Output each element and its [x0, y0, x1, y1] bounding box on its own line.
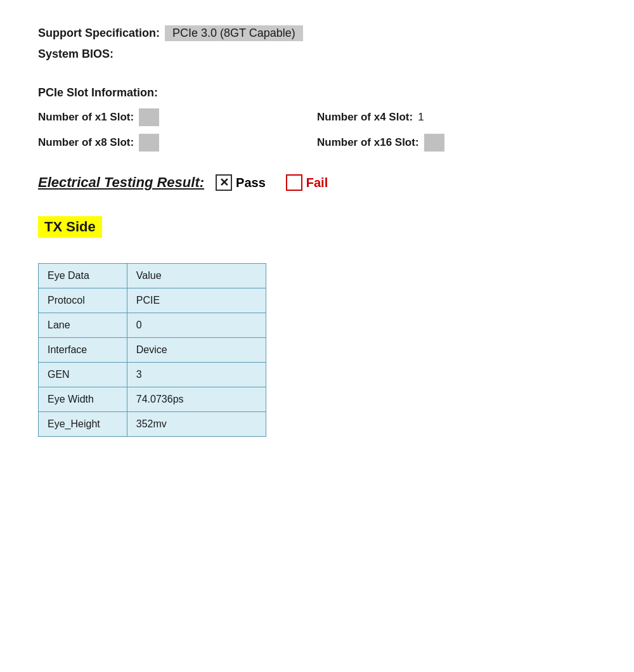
table-row-eye-width: Eye Width 74.0736ps	[39, 387, 266, 412]
slot-grid: Number of x1 Slot: Number of x4 Slot: 1 …	[38, 108, 596, 152]
slot-value-x16	[424, 134, 444, 152]
cell-lane-label: Lane	[39, 313, 127, 338]
slot-value-x8	[139, 134, 159, 152]
slot-label-x1: Number of x1 Slot:	[38, 111, 134, 124]
system-bios-label: System BIOS:	[38, 48, 113, 60]
pass-label: Pass	[236, 176, 266, 190]
support-spec-label: Support Specification:	[38, 27, 160, 40]
cell-eye-height-label: Eye_Height	[39, 412, 127, 437]
slot-row-x8: Number of x8 Slot:	[38, 134, 317, 152]
cell-eye-height-value: 352mv	[127, 412, 266, 437]
pcie-slot-section: PCIe Slot Information: Number of x1 Slot…	[38, 86, 596, 152]
slot-row-x4: Number of x4 Slot: 1	[317, 108, 596, 126]
pass-checkbox: ✕	[216, 174, 232, 191]
fail-container: Fail	[286, 174, 328, 191]
electrical-testing-section: Electrical Testing Result: ✕ Pass Fail	[38, 174, 596, 191]
support-spec-value: PCIe 3.0 (8GT Capable)	[165, 25, 303, 41]
cell-interface-label: Interface	[39, 338, 127, 363]
slot-label-x4: Number of x4 Slot:	[317, 111, 413, 124]
table-row-eye-height: Eye_Height 352mv	[39, 412, 266, 437]
tx-side-badge: TX Side	[38, 216, 102, 238]
table-row-protocol: Protocol PCIE	[39, 288, 266, 313]
slot-value-x4: 1	[418, 111, 424, 124]
cell-gen-value: 3	[127, 363, 266, 387]
table-row-lane: Lane 0	[39, 313, 266, 338]
eye-data-table: Eye Data Value Protocol PCIE Lane 0 Inte…	[38, 263, 266, 437]
slot-row-x1: Number of x1 Slot:	[38, 108, 317, 126]
pcie-slot-title: PCIe Slot Information:	[38, 86, 596, 100]
system-bios-row: System BIOS:	[38, 48, 596, 61]
table-row-interface: Interface Device	[39, 338, 266, 363]
cell-interface-value: Device	[127, 338, 266, 363]
support-spec-row: Support Specification: PCIe 3.0 (8GT Cap…	[38, 25, 596, 41]
slot-row-x16: Number of x16 Slot:	[317, 134, 596, 152]
slot-label-x16: Number of x16 Slot:	[317, 136, 419, 149]
header-eye-data: Eye Data	[39, 264, 127, 288]
table-row-gen: GEN 3	[39, 363, 266, 387]
pass-checkbox-container: ✕ Pass	[216, 174, 266, 191]
cell-protocol-label: Protocol	[39, 288, 127, 313]
cell-eye-width-label: Eye Width	[39, 387, 127, 412]
slot-value-x1	[139, 108, 159, 126]
electrical-testing-title: Electrical Testing Result:	[38, 174, 204, 191]
table-header-row: Eye Data Value	[39, 264, 266, 288]
fail-checkbox	[286, 174, 302, 191]
cell-gen-label: GEN	[39, 363, 127, 387]
cell-protocol-value: PCIE	[127, 288, 266, 313]
slot-label-x8: Number of x8 Slot:	[38, 136, 134, 149]
tx-side-section: TX Side	[38, 210, 596, 257]
cell-eye-width-value: 74.0736ps	[127, 387, 266, 412]
fail-label: Fail	[306, 176, 328, 190]
header-value: Value	[127, 264, 266, 288]
cell-lane-value: 0	[127, 313, 266, 338]
